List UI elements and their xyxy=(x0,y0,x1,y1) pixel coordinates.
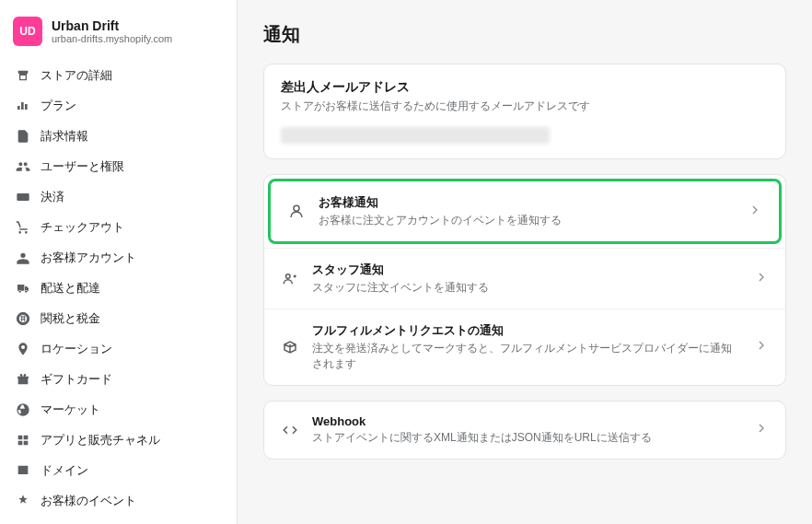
sidebar-item-label: ロケーション xyxy=(41,341,112,357)
webhook-title: Webhook xyxy=(312,414,741,428)
sidebar-item-label: ドメイン xyxy=(41,462,88,479)
sidebar-item-label: アプリと販売チャネル xyxy=(41,432,160,448)
box-icon xyxy=(281,338,299,356)
sidebar-item-payments[interactable]: 決済 xyxy=(7,182,229,212)
sidebar-item-plan[interactable]: プラン xyxy=(7,91,229,121)
sidebar-item-cart[interactable]: チェックアウト xyxy=(7,213,229,242)
sidebar-item-label: お客様アカウント xyxy=(41,250,136,266)
sidebar-item-label: マーケット xyxy=(41,402,100,418)
row-desc: 注文を発送済みとしてマークすると、フルフィルメントサービスプロバイダーに通知され… xyxy=(312,341,741,372)
webhook-row[interactable]: Webhook ストアイベントに関するXML通知またはJSON通知をURLに送信… xyxy=(264,402,785,459)
users-icon xyxy=(15,158,31,175)
webhook-desc: ストアイベントに関するXML通知またはJSON通知をURLに送信する xyxy=(312,430,741,446)
sidebar-item-label: ストアの詳細 xyxy=(41,67,112,84)
sidebar-item-label: 決済 xyxy=(41,189,64,205)
apps-icon xyxy=(15,432,31,448)
row-title: スタッフ通知 xyxy=(312,262,741,278)
sidebar-item-label: ユーザーと権限 xyxy=(41,158,124,175)
sender-email-subtitle: ストアがお客様に送信するために使用するメールアドレスです xyxy=(281,99,769,114)
settings-nav: ストアの詳細プラン請求情報ユーザーと権限決済チェックアウトお客様アカウント配送と… xyxy=(7,61,229,524)
chevron-right-icon xyxy=(748,203,762,221)
gift-icon xyxy=(15,371,31,388)
sidebar-item-events[interactable]: お客様のイベント xyxy=(7,486,229,516)
sidebar-item-label: 配送と配達 xyxy=(41,280,100,297)
customer-icon xyxy=(287,203,306,221)
row-title: フルフィルメントリクエストの通知 xyxy=(312,322,741,339)
sidebar-item-billing[interactable]: 請求情報 xyxy=(7,122,229,151)
main-content: 通知 差出人メールアドレス ストアがお客様に送信するために使用するメールアドレス… xyxy=(238,0,812,524)
sender-email-title: 差出人メールアドレス xyxy=(281,79,769,96)
shipping-icon xyxy=(15,280,31,297)
plan-icon xyxy=(15,98,31,114)
sidebar-item-shipping[interactable]: 配送と配達 xyxy=(7,274,229,303)
sidebar-item-label: ギフトカード xyxy=(41,371,112,388)
sender-email-value[interactable] xyxy=(281,127,550,144)
chevron-right-icon xyxy=(754,421,769,439)
store-logo: UD xyxy=(13,17,42,46)
payments-icon xyxy=(15,189,31,205)
row-title: お客様通知 xyxy=(319,194,735,211)
cart-icon xyxy=(15,219,31,236)
taxes-icon xyxy=(15,310,31,327)
sidebar-item-store[interactable]: ストアの詳細 xyxy=(7,61,229,90)
notification-types-card: お客様通知お客様に注文とアカウントのイベントを通知するスタッフ通知スタッフに注文… xyxy=(263,174,786,386)
sidebar-item-users[interactable]: ユーザーと権限 xyxy=(7,152,229,181)
store-name: Urban Drift xyxy=(52,18,224,33)
sender-email-card: 差出人メールアドレス ストアがお客様に送信するために使用するメールアドレスです xyxy=(263,64,786,159)
locations-icon xyxy=(15,341,31,357)
sidebar-item-taxes[interactable]: 関税と税金 xyxy=(7,304,229,333)
store-domain: urban-drifts.myshopify.com xyxy=(52,33,224,44)
account-icon xyxy=(15,250,31,266)
webhook-card: Webhook ストアイベントに関するXML通知またはJSON通知をURLに送信… xyxy=(263,401,786,460)
sidebar-item-label: 関税と税金 xyxy=(41,310,100,327)
sidebar-item-label: お客様のイベント xyxy=(41,493,136,509)
row-desc: スタッフに注文イベントを通知する xyxy=(312,280,741,296)
notification-row-box[interactable]: フルフィルメントリクエストの通知注文を発送済みとしてマークすると、フルフィルメン… xyxy=(264,309,785,385)
notification-row-staff[interactable]: スタッフ通知スタッフに注文イベントを通知する xyxy=(264,248,785,309)
sidebar-item-locations[interactable]: ロケーション xyxy=(7,334,229,364)
sidebar-item-brand[interactable]: ブランド xyxy=(7,517,229,524)
settings-sidebar: UD Urban Drift urban-drifts.myshopify.co… xyxy=(0,0,238,524)
sidebar-item-gift[interactable]: ギフトカード xyxy=(7,365,229,394)
sidebar-item-markets[interactable]: マーケット xyxy=(7,395,229,425)
chevron-right-icon xyxy=(754,338,769,356)
row-desc: お客様に注文とアカウントのイベントを通知する xyxy=(319,213,735,228)
sidebar-item-label: チェックアウト xyxy=(41,219,124,236)
sidebar-item-account[interactable]: お客様アカウント xyxy=(7,243,229,273)
sidebar-item-apps[interactable]: アプリと販売チャネル xyxy=(7,425,229,455)
code-icon xyxy=(281,421,299,439)
staff-icon xyxy=(281,270,299,288)
events-icon xyxy=(15,493,31,509)
sidebar-item-label: 請求情報 xyxy=(41,128,88,145)
page-title: 通知 xyxy=(263,22,786,47)
notification-row-customer[interactable]: お客様通知お客様に注文とアカウントのイベントを通知する xyxy=(268,179,782,244)
domains-icon xyxy=(15,462,31,479)
chevron-right-icon xyxy=(754,270,769,288)
markets-icon xyxy=(15,402,31,418)
store-icon xyxy=(15,67,31,84)
billing-icon xyxy=(15,128,31,145)
sidebar-item-label: プラン xyxy=(41,98,76,114)
store-header[interactable]: UD Urban Drift urban-drifts.myshopify.co… xyxy=(7,11,229,52)
sidebar-item-domains[interactable]: ドメイン xyxy=(7,456,229,485)
